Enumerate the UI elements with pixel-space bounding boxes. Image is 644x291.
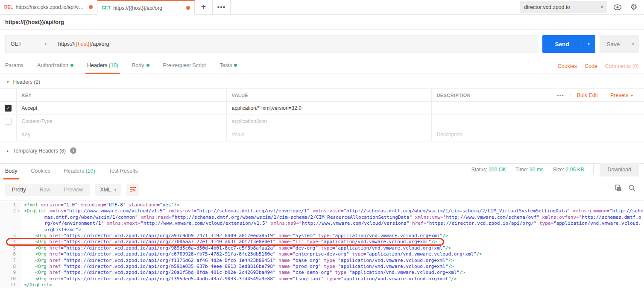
line-number: 1 (0, 202, 21, 208)
new-value-input[interactable]: Value (226, 128, 431, 141)
code-text: <?xml version="1.0" encoding="UTF-8" sta… (21, 202, 644, 208)
line-number: 5 (0, 245, 21, 251)
response-tab-headers[interactable]: Headers (10) (64, 168, 95, 179)
copy-icon[interactable] (615, 185, 622, 191)
new-key-input[interactable]: Key (16, 128, 226, 141)
size-badge: Size: 2.95 KB (553, 167, 584, 173)
code-text: <Org href="https://director.vcd.zpod.io/… (21, 245, 644, 251)
tab-authorization[interactable]: Authorization (37, 62, 73, 73)
view-preview-button[interactable]: Preview (57, 184, 90, 196)
response-section: Body Cookies Headers (10) Test Results S… (0, 163, 644, 291)
header-description-cell[interactable] (431, 102, 644, 115)
cookies-link[interactable]: Cookies (558, 63, 577, 69)
row-checkbox-cell (0, 115, 16, 128)
send-options-button[interactable]: ▾ (582, 35, 595, 53)
code-line: 1<?xml version="1.0" encoding="UTF-8" st… (0, 202, 644, 208)
code-line: 3 <Org href="https://director.vcd.zpod.i… (0, 233, 644, 239)
format-dropdown[interactable]: XML ▾ (95, 184, 121, 196)
request-tab-get-active[interactable]: GET https://{{host}}/api/org (97, 0, 195, 15)
view-pretty-button[interactable]: Pretty (5, 184, 33, 196)
line-number: 10 (0, 276, 21, 282)
code-link[interactable]: Code (585, 63, 597, 69)
table-row: ✓ Accept application/*+xml;version=32.0 (0, 102, 644, 115)
presets-dropdown[interactable]: Presets▾ (604, 92, 639, 98)
headers-table: KEY VALUE DESCRIPTION ••• Bulk Edit Pres… (0, 88, 644, 141)
line-number: 8 (0, 264, 21, 270)
green-dot-icon (146, 64, 149, 67)
comments-link[interactable]: Comments (0) (605, 63, 639, 69)
line-number: 11 (0, 282, 21, 288)
header-value-cell[interactable]: application/json (226, 115, 431, 128)
save-button-group: Save ▾ (600, 35, 639, 53)
header-key-cell[interactable]: Accept (16, 102, 226, 115)
tab-params[interactable]: Params (5, 62, 23, 73)
line-number: 9 (0, 270, 21, 276)
response-tab-cookies[interactable]: Cookies (31, 168, 50, 179)
plus-icon: + (201, 2, 206, 12)
code-text: <Org href="https://director.vcd.zpod.io/… (21, 270, 644, 276)
tab-options-button[interactable]: ••• (213, 0, 231, 14)
url-variable: {{host}} (74, 41, 91, 47)
environment-preview-button[interactable] (612, 1, 624, 13)
response-headers-count: (10) (85, 168, 95, 174)
tab-url-label: https://{{host}}/api/org (113, 5, 183, 11)
method-value: GET (11, 41, 22, 47)
url-input[interactable]: https://{{host}}/api/org (52, 35, 538, 53)
response-tab-test-results[interactable]: Test Results (109, 168, 138, 179)
row-checkbox-cell (0, 128, 16, 141)
view-mode-segmented-control: Pretty Raw Preview (5, 184, 90, 196)
search-icon[interactable] (629, 185, 635, 191)
ellipsis-icon: ••• (217, 3, 226, 11)
new-description-input[interactable]: Description (431, 128, 644, 141)
download-button[interactable]: Download (600, 163, 639, 176)
tab-tests[interactable]: Tests (220, 62, 237, 73)
view-raw-button[interactable]: Raw (33, 184, 57, 196)
unsaved-dot-icon (186, 6, 190, 10)
chevron-down-icon: ▾ (631, 94, 633, 98)
environment-controls: director.vcd.zpod.io ▾ ⚙ (520, 1, 640, 13)
save-button[interactable]: Save (600, 35, 627, 53)
tab-body[interactable]: Body (132, 62, 149, 73)
header-value-cell[interactable]: application/*+xml;version=32.0 (226, 102, 431, 115)
request-tabs: Params Authorization Headers (10) Body P… (0, 60, 644, 74)
temporary-headers-toggle[interactable]: ▸ Temporary Headers (8) i (0, 141, 644, 159)
header-description-cell[interactable] (431, 115, 644, 128)
response-tab-body[interactable]: Body (5, 168, 18, 179)
code-text: <Org href="https://director.vcd.zpod.io/… (21, 258, 644, 264)
method-dropdown[interactable]: GET ▾ (5, 35, 52, 53)
headers-section-toggle[interactable]: ▾ Headers (2) (0, 74, 644, 88)
line-number: 4 (0, 239, 21, 245)
tab-pre-request-script[interactable]: Pre-request Script (163, 62, 206, 73)
bulk-edit-link[interactable]: Bulk Edit (571, 92, 604, 98)
expand-triangle-icon: ▸ (7, 149, 9, 153)
environment-selector[interactable]: director.vcd.zpod.io ▾ (520, 1, 607, 13)
response-tools (615, 185, 635, 191)
wrap-lines-button[interactable] (126, 184, 139, 196)
temporary-headers-title: Temporary Headers (8) (13, 148, 66, 154)
save-options-button[interactable]: ▾ (627, 35, 639, 53)
url-text: https://{{host}}/api/org (58, 41, 109, 47)
new-tab-button[interactable]: + (195, 0, 213, 14)
send-button-group: Send ▾ (542, 35, 595, 53)
chevron-down-icon: ▾ (632, 42, 634, 46)
unsaved-dot-icon (89, 5, 93, 9)
request-title: https://{{host}}/api/org (5, 19, 64, 25)
line-number: 2▾ (0, 208, 21, 233)
request-tab-del[interactable]: DEL https://nsx.pks.zpod.io/api/v1/... (0, 0, 97, 14)
send-button[interactable]: Send (542, 35, 582, 53)
checkbox-checked[interactable]: ✓ (5, 105, 12, 112)
green-dot-icon (234, 64, 237, 67)
tab-headers[interactable]: Headers (10) (87, 62, 118, 73)
response-body-code[interactable]: 1<?xml version="1.0" encoding="UTF-8" st… (0, 200, 644, 291)
code-line: 10 <Org href="https://director.vcd.zpod.… (0, 276, 644, 282)
table-row-placeholder: Key Value Description (0, 128, 644, 141)
code-line: 9 <Org href="https://director.vcd.zpod.i… (0, 270, 644, 276)
header-key-cell[interactable]: Content-Type (16, 115, 226, 128)
checkbox-unchecked[interactable] (5, 118, 12, 125)
format-value: XML (100, 187, 111, 193)
code-text: <OrgList xmlns="http://www.vmware.com/vc… (21, 208, 644, 233)
headers-table-header-row: KEY VALUE DESCRIPTION ••• Bulk Edit Pres… (0, 89, 644, 102)
table-menu-icon[interactable]: ••• (551, 93, 571, 98)
settings-button[interactable]: ⚙ (628, 1, 640, 13)
fold-arrow-icon[interactable]: ▾ (16, 208, 21, 214)
